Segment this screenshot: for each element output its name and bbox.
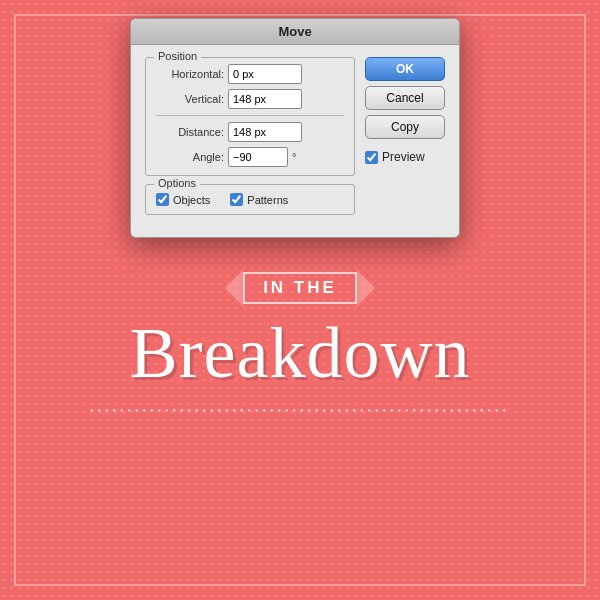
horizontal-input[interactable] — [228, 64, 302, 84]
objects-checkbox[interactable] — [156, 193, 169, 206]
vertical-label: Vertical: — [156, 93, 224, 105]
objects-label: Objects — [173, 194, 210, 206]
distance-row: Distance: — [156, 122, 344, 142]
options-legend: Options — [154, 177, 200, 189]
vertical-input[interactable] — [228, 89, 302, 109]
position-divider — [156, 115, 344, 116]
angle-unit: ° — [292, 151, 296, 163]
angle-input[interactable] — [228, 147, 288, 167]
dialog-overlay: Move Position Horizontal: Vertical: — [0, 0, 600, 600]
ok-button[interactable]: OK — [365, 57, 445, 81]
distance-label: Distance: — [156, 126, 224, 138]
dialog-title: Move — [278, 24, 311, 39]
options-fieldset: Options Objects Patterns — [145, 184, 355, 215]
dialog-right-column: OK Cancel Copy Preview — [365, 57, 445, 223]
dialog-left-column: Position Horizontal: Vertical: Distance: — [145, 57, 355, 223]
patterns-label: Patterns — [247, 194, 288, 206]
horizontal-label: Horizontal: — [156, 68, 224, 80]
patterns-checkbox-label[interactable]: Patterns — [230, 193, 288, 206]
position-legend: Position — [154, 50, 201, 62]
distance-input[interactable] — [228, 122, 302, 142]
vertical-row: Vertical: — [156, 89, 344, 109]
dialog-titlebar: Move — [131, 19, 459, 45]
position-fieldset: Position Horizontal: Vertical: Distance: — [145, 57, 355, 176]
copy-button[interactable]: Copy — [365, 115, 445, 139]
angle-label: Angle: — [156, 151, 224, 163]
move-dialog: Move Position Horizontal: Vertical: — [130, 18, 460, 238]
preview-row: Preview — [365, 150, 445, 164]
dialog-body: Position Horizontal: Vertical: Distance: — [131, 45, 459, 237]
horizontal-row: Horizontal: — [156, 64, 344, 84]
cancel-button[interactable]: Cancel — [365, 86, 445, 110]
objects-checkbox-label[interactable]: Objects — [156, 193, 210, 206]
preview-checkbox[interactable] — [365, 151, 378, 164]
angle-row: Angle: ° — [156, 147, 344, 167]
patterns-checkbox[interactable] — [230, 193, 243, 206]
preview-label[interactable]: Preview — [382, 150, 425, 164]
